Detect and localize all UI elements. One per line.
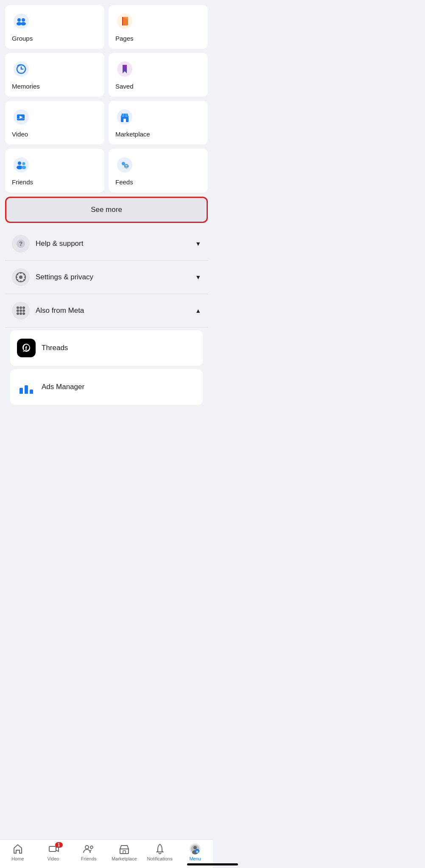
svg-point-44 (20, 306, 22, 309)
also-from-meta-label: Also from Meta (36, 306, 195, 315)
svg-point-33 (19, 275, 22, 279)
grid-item-friends[interactable]: Friends (5, 149, 104, 192)
svg-point-23 (22, 162, 25, 165)
svg-rect-8 (122, 17, 123, 25)
friends-icon (12, 156, 31, 174)
svg-point-28 (124, 164, 129, 168)
svg-rect-30 (125, 167, 128, 167)
settings-chevron-icon: ▼ (195, 274, 201, 281)
friends-label: Friends (12, 178, 33, 186)
see-more-button[interactable]: See more (5, 197, 208, 223)
svg-rect-29 (125, 165, 128, 166)
groups-label: Groups (12, 35, 33, 42)
pages-icon (115, 12, 134, 31)
marketplace-label: Marketplace (115, 131, 150, 138)
ads-manager-icon (17, 378, 36, 396)
menu-item-also-from-meta[interactable]: Also from Meta ▲ (5, 294, 208, 328)
grid-item-saved[interactable]: Saved (109, 53, 208, 97)
meta-icon (12, 302, 30, 320)
svg-point-4 (21, 22, 26, 25)
svg-point-46 (17, 309, 19, 312)
svg-point-1 (17, 18, 21, 22)
memories-label: Memories (12, 83, 40, 90)
help-icon: ? (12, 235, 30, 253)
svg-text:?: ? (19, 240, 23, 247)
meta-chevron-icon: ▲ (195, 307, 201, 314)
svg-point-49 (17, 312, 19, 315)
ads-manager-label: Ads Manager (42, 383, 84, 391)
main-content: Groups Pages (0, 0, 213, 442)
grid-item-memories[interactable]: Memories (5, 53, 104, 97)
memories-icon (12, 60, 31, 78)
video-icon (12, 108, 31, 126)
marketplace-icon (115, 108, 134, 126)
groups-icon (12, 12, 31, 31)
svg-point-21 (14, 157, 29, 172)
svg-point-50 (20, 312, 22, 315)
svg-point-47 (20, 309, 22, 312)
menu-section: ? Help & support ▼ (5, 227, 208, 328)
saved-label: Saved (115, 83, 134, 90)
svg-point-51 (22, 312, 25, 315)
grid-item-video[interactable]: Video (5, 101, 104, 145)
video-label: Video (12, 131, 28, 138)
grid-item-pages[interactable]: Pages (109, 5, 208, 49)
help-support-label: Help & support (36, 239, 195, 248)
svg-point-22 (18, 161, 21, 165)
pages-label: Pages (115, 35, 134, 42)
svg-point-25 (22, 166, 26, 169)
menu-item-help-support[interactable]: ? Help & support ▼ (5, 227, 208, 261)
settings-icon (12, 268, 30, 286)
also-from-section: Threads Ads Manager (5, 330, 208, 405)
feeds-icon (115, 156, 134, 174)
svg-point-48 (22, 309, 25, 312)
svg-rect-20 (123, 119, 126, 122)
help-chevron-icon: ▼ (195, 240, 201, 247)
svg-rect-35 (20, 272, 22, 274)
svg-point-27 (122, 162, 125, 165)
menu-item-settings-privacy[interactable]: Settings & privacy ▼ (5, 261, 208, 294)
grid-item-groups[interactable]: Groups (5, 5, 104, 49)
svg-rect-37 (16, 277, 17, 278)
also-item-threads[interactable]: Threads (10, 330, 203, 366)
threads-icon (17, 339, 36, 357)
grid-item-marketplace[interactable]: Marketplace (109, 101, 208, 145)
svg-rect-38 (24, 277, 26, 278)
shortcut-grid: Groups Pages (5, 5, 208, 192)
svg-point-2 (22, 18, 25, 22)
settings-privacy-label: Settings & privacy (36, 273, 195, 281)
svg-rect-36 (20, 281, 22, 282)
threads-label: Threads (42, 344, 68, 352)
svg-point-43 (17, 306, 19, 309)
svg-point-0 (14, 14, 29, 29)
grid-item-feeds[interactable]: Feeds (109, 149, 208, 192)
also-item-ads-manager[interactable]: Ads Manager (10, 369, 203, 405)
svg-point-45 (22, 306, 25, 309)
feeds-label: Feeds (115, 178, 133, 186)
saved-icon (115, 60, 134, 78)
